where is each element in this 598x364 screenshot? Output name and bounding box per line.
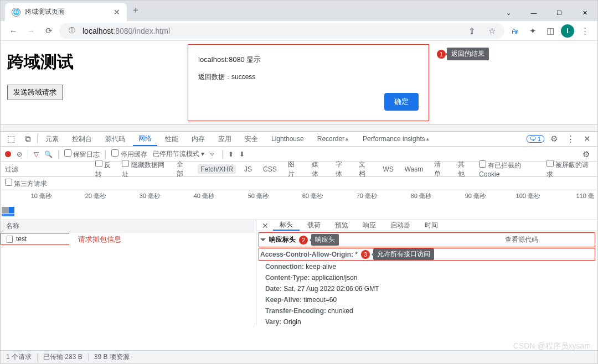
dialog-ok-button[interactable]: 确定 xyxy=(384,93,419,111)
tab-security[interactable]: 安全 xyxy=(239,132,264,146)
dialog-body: 返回数据：success xyxy=(198,72,419,82)
send-cors-request-button[interactable]: 发送跨域请求 xyxy=(7,85,63,100)
reverse-checkbox[interactable]: 反转 xyxy=(95,160,117,179)
device-toggle-icon[interactable]: ⧉ xyxy=(20,132,35,146)
tab-perf-insights[interactable]: Performance insights ▲ xyxy=(357,132,436,146)
dialog-title: localhost:8080 显示 xyxy=(198,55,419,65)
devtools-tabs: ⬚ ⧉ 元素 控制台 源代码 网络 性能 内存 应用 安全 Lighthouse… xyxy=(1,132,597,147)
tab-lighthouse[interactable]: Lighthouse xyxy=(266,132,310,146)
name-header[interactable]: 名称 xyxy=(1,220,256,232)
filter-toggle-icon[interactable]: ▽ xyxy=(34,150,39,158)
type-css[interactable]: CSS xyxy=(260,164,280,174)
more-icon[interactable]: ⋮ xyxy=(563,132,578,146)
hdr-keep-alive: Keep-Alive: timeout=60 xyxy=(256,294,597,305)
tab-recorder[interactable]: Recorder ▲ xyxy=(312,132,355,146)
type-fetchxhr[interactable]: Fetch/XHR xyxy=(198,164,236,174)
tab-sources[interactable]: 源代码 xyxy=(100,132,131,146)
annotation-2-label: 响应头 xyxy=(311,234,339,246)
record-icon[interactable] xyxy=(5,151,11,157)
preserve-log-checkbox[interactable]: 保留日志 xyxy=(64,149,100,159)
upload-har-icon[interactable]: ⬆ xyxy=(228,150,234,158)
filter-input[interactable] xyxy=(5,165,90,173)
file-icon xyxy=(7,236,13,243)
view-source-link[interactable]: 查看源代码 xyxy=(505,235,538,245)
globe-icon: 🌐 xyxy=(12,8,20,17)
nav-reload-icon[interactable]: ⟳ xyxy=(42,24,56,38)
type-ws[interactable]: WS xyxy=(380,164,396,174)
star-icon[interactable]: ☆ xyxy=(484,24,499,38)
annotation-req-info: 请求抓包信息 xyxy=(78,235,121,245)
messages-badge[interactable]: 🗨1 xyxy=(527,135,544,143)
window-close-icon[interactable]: ✕ xyxy=(572,4,597,21)
share-icon[interactable]: ⇪ xyxy=(465,24,479,38)
third-party-checkbox[interactable]: 第三方请求 xyxy=(5,179,47,189)
throttle-select[interactable]: 已停用节流模式 ▾ xyxy=(153,149,204,159)
detail-tab-response[interactable]: 响应 xyxy=(356,220,383,231)
tab-network[interactable]: 网络 xyxy=(133,132,157,146)
type-js[interactable]: JS xyxy=(241,164,255,174)
tab-application[interactable]: 应用 xyxy=(213,132,237,146)
annotation-1: 1 返回的结果 xyxy=(437,48,489,60)
type-media[interactable]: 媒体 xyxy=(309,159,327,180)
timeline-bar-2 xyxy=(2,214,14,216)
chevron-down-icon xyxy=(260,238,266,244)
stop-icon[interactable]: ⊘ xyxy=(17,150,22,158)
annotation-2-num: 2 xyxy=(299,236,308,245)
type-wasm[interactable]: Wasm xyxy=(402,164,426,174)
hide-data-urls-checkbox[interactable]: 隐藏数据网址 xyxy=(122,160,168,179)
annotation-3-num: 3 xyxy=(361,250,370,259)
response-headers-section[interactable]: 响应标头 2 响应头 查看源代码 xyxy=(259,232,595,247)
tab-performance[interactable]: 性能 xyxy=(159,132,184,146)
detail-tab-payload[interactable]: 载荷 xyxy=(301,220,327,231)
type-img[interactable]: 图片 xyxy=(285,159,303,180)
browser-tab[interactable]: 🌐 跨域测试页面 ✕ xyxy=(5,3,127,21)
status-resources: 39 B 项资源 xyxy=(94,352,130,362)
tab-memory[interactable]: 内存 xyxy=(186,132,210,146)
type-all[interactable]: 全部 xyxy=(174,159,192,180)
new-tab-button[interactable]: ＋ xyxy=(131,4,140,17)
detail-tab-initiator[interactable]: 启动器 xyxy=(384,220,417,231)
menu-icon[interactable]: ⋮ xyxy=(578,24,592,38)
devtools-close-icon[interactable]: ✕ xyxy=(580,132,594,146)
wifi-icon[interactable]: ᯤ xyxy=(210,150,216,158)
inspect-icon[interactable]: ⬚ xyxy=(4,132,18,146)
window-chevron-icon[interactable]: ⌄ xyxy=(496,4,521,21)
type-doc[interactable]: 文档 xyxy=(356,159,374,180)
hdr-content-type: Content-Type: application/json xyxy=(256,272,597,283)
type-other[interactable]: 其他 xyxy=(455,159,473,180)
url-box[interactable]: ⓘ localhost:8080/index.html ⇪ ☆ xyxy=(59,23,504,39)
disable-cache-checkbox[interactable]: 停用缓存 xyxy=(111,149,147,159)
tab-console[interactable]: 控制台 xyxy=(66,132,97,146)
request-name: test xyxy=(16,235,27,243)
detail-close-icon[interactable]: ✕ xyxy=(259,221,272,230)
window-minimize-icon[interactable]: — xyxy=(521,4,547,21)
request-detail: ✕ 标头 载荷 预览 响应 启动器 时间 响应标头 2 响应头 查看源代码 Ac… xyxy=(256,220,597,325)
side-panel-icon[interactable]: ◫ xyxy=(543,24,558,38)
nav-back-icon[interactable]: ← xyxy=(6,24,20,38)
detail-tab-preview[interactable]: 预览 xyxy=(328,220,355,231)
status-requests: 1 个请求 xyxy=(6,352,32,362)
window-maximize-icon[interactable]: ☐ xyxy=(547,4,572,21)
address-bar: ← → ⟳ ⓘ localhost:8080/index.html ⇪ ☆ 🗛 … xyxy=(1,21,597,41)
avatar[interactable]: I xyxy=(561,24,574,38)
extensions-icon[interactable]: ✦ xyxy=(525,24,540,38)
network-timeline[interactable]: 10 毫秒20 毫秒30 毫秒 40 毫秒50 毫秒60 毫秒 70 毫秒80 … xyxy=(1,190,597,220)
gear-icon[interactable]: ⚙ xyxy=(547,132,561,146)
close-icon[interactable]: ✕ xyxy=(114,8,120,17)
devtools-divider[interactable] xyxy=(1,124,597,132)
request-row[interactable]: test xyxy=(1,233,69,245)
tab-elements[interactable]: 元素 xyxy=(40,132,64,146)
detail-tab-timing[interactable]: 时间 xyxy=(418,220,445,231)
detail-tab-headers[interactable]: 标头 xyxy=(273,220,300,231)
translate-icon[interactable]: 🗛 xyxy=(508,24,522,38)
type-manifest[interactable]: 清单 xyxy=(431,159,450,180)
status-bar: 1 个请求 已传输 283 B 39 B 项资源 xyxy=(1,350,597,363)
hdr-date: Date: Sat, 27 Aug 2022 02:06:06 GMT xyxy=(256,283,597,294)
timeline-bar xyxy=(2,207,14,213)
info-icon[interactable]: ⓘ xyxy=(65,24,79,38)
blocked-req-checkbox[interactable]: 被屏蔽的请求 xyxy=(547,160,593,179)
blocked-cookie-checkbox[interactable]: 有已拦截的 Cookie xyxy=(479,160,541,178)
search-icon[interactable]: 🔍 xyxy=(44,150,53,158)
type-font[interactable]: 字体 xyxy=(333,159,351,180)
download-har-icon[interactable]: ⬇ xyxy=(239,150,245,158)
